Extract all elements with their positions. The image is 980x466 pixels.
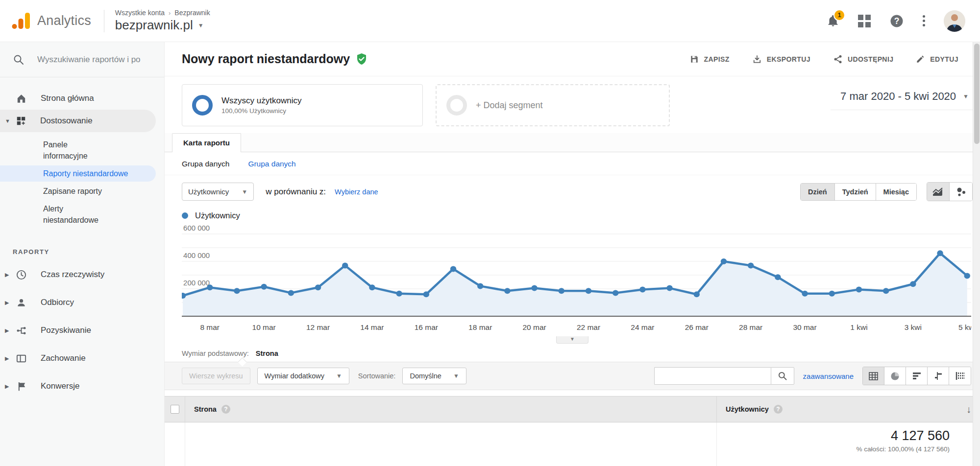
column-header-users[interactable]: Użytkownicy (726, 405, 769, 413)
data-group-tab-link[interactable]: Grupa danych (248, 160, 295, 168)
sidebar-subitem-custom-reports[interactable]: Raporty niestandardowe (43, 168, 131, 179)
breadcrumb: Wszystkie konta › Bezprawnik bezprawnik.… (115, 9, 210, 33)
granularity-day-button[interactable]: Dzień (801, 184, 835, 200)
sidebar-subitem-custom-alerts[interactable]: Alerty niestandardowe (0, 201, 103, 228)
primary-dimension-label: Wymiar podstawowy: (182, 350, 249, 357)
sidebar-item-label: Konwersje (41, 381, 79, 391)
view-performance-button[interactable] (906, 367, 928, 385)
acquisition-icon (16, 325, 27, 336)
sidebar-subitem-saved-reports[interactable]: Zapisane raporty (0, 183, 156, 199)
help-icon: ? (889, 14, 904, 28)
table-search-button[interactable] (771, 367, 794, 385)
search-input[interactable] (37, 55, 147, 65)
compare-select-link[interactable]: Wybierz dane (335, 188, 378, 196)
sidebar-item-audience[interactable]: ▶ Odbiorcy (0, 291, 156, 314)
property-switcher[interactable]: bezprawnik.pl ▼ (115, 18, 210, 33)
sidebar-item-acquisition[interactable]: ▶ Pozyskiwanie (0, 319, 156, 342)
chart-type-motion-button[interactable] (950, 183, 972, 201)
brand-name: Analytics (37, 13, 91, 28)
svg-text:26 mar: 26 mar (685, 323, 709, 331)
svg-text:10 mar: 10 mar (252, 323, 276, 331)
add-segment-button[interactable]: + Dodaj segment (436, 84, 670, 126)
share-icon (833, 54, 843, 64)
notifications-button[interactable]: 1 (827, 14, 839, 28)
scrollbar-thumb[interactable] (974, 44, 980, 144)
behavior-icon (16, 353, 27, 364)
svg-text:28 mar: 28 mar (739, 323, 762, 331)
chart-type-line-button[interactable] (927, 183, 950, 201)
view-pivot-button[interactable] (949, 367, 971, 385)
compare-label: w porównaniu z: (266, 187, 326, 197)
granularity-month-button[interactable]: Miesiąc (876, 184, 916, 200)
save-icon (689, 54, 699, 64)
svg-text:24 mar: 24 mar (631, 323, 654, 331)
pencil-icon (916, 54, 925, 64)
share-button[interactable]: UDOSTĘPNIJ (833, 54, 893, 64)
svg-text:22 mar: 22 mar (577, 323, 600, 331)
collapse-caret-icon[interactable]: ▶ (5, 327, 9, 334)
chevron-down-icon: ▼ (453, 373, 459, 379)
view-percentage-button[interactable] (884, 367, 906, 385)
more-menu-button[interactable] (923, 15, 925, 26)
home-icon (16, 93, 27, 104)
avatar[interactable] (944, 10, 965, 32)
export-button[interactable]: EKSPORTUJ (752, 54, 810, 64)
help-badge-icon[interactable]: ? (221, 405, 230, 414)
collapse-caret-icon[interactable]: ▶ (5, 355, 9, 362)
table-search-input[interactable] (654, 367, 771, 385)
collapse-caret-icon[interactable]: ▶ (5, 383, 9, 390)
legend-label: Użytkownicy (195, 211, 240, 220)
secondary-dimension-select[interactable]: Wymiar dodatkowy ▼ (257, 368, 349, 384)
flag-icon (16, 381, 27, 392)
sidebar-subitem-dashboards[interactable]: Panele informacyjne (0, 137, 103, 164)
breadcrumb-root[interactable]: Wszystkie konta (115, 9, 165, 17)
sidebar-item-label: Pozyskiwanie (41, 326, 91, 335)
segment-subtitle: 100,00% Użytkownicy (221, 107, 301, 115)
breadcrumb-account[interactable]: Bezprawnik (174, 9, 210, 17)
reports-section-label: RAPORTY (13, 248, 164, 256)
date-range-selector[interactable]: 7 mar 2020 - 5 kwi 2020 ▼ (831, 84, 973, 110)
primary-dimension-value[interactable]: Strona (256, 350, 278, 357)
tab-report-card[interactable]: Karta raportu (172, 133, 241, 152)
sort-label: Sortowanie: (358, 372, 396, 380)
table-totals-row: 4 127 560 % całości: 100,00% (4 127 560) (165, 422, 980, 466)
view-comparison-button[interactable] (928, 367, 949, 385)
sidebar-item-home[interactable]: Strona główna (0, 87, 156, 110)
sidebar: Strona główna ▼ Dostosowanie Panele info… (0, 42, 164, 466)
chevron-down-icon: ▼ (198, 22, 204, 29)
chevron-down-icon: ▼ (963, 93, 969, 100)
metric-select[interactable]: Użytkownicy ▼ (182, 183, 254, 201)
header-divider (104, 10, 104, 32)
svg-text:3 kwi: 3 kwi (905, 323, 922, 331)
apps-grid-icon[interactable] (858, 15, 871, 27)
collapse-caret-icon[interactable]: ▶ (5, 300, 9, 306)
search-icon (778, 371, 787, 381)
granularity-week-button[interactable]: Tydzień (835, 184, 876, 200)
sidebar-item-realtime[interactable]: ▶ Czas rzeczywisty (0, 263, 156, 286)
data-group-tab-active[interactable]: Grupa danych (182, 160, 229, 168)
sidebar-search[interactable] (0, 42, 164, 77)
advanced-filter-link[interactable]: zaawansowane (803, 372, 854, 380)
column-header-page[interactable]: Strona (194, 405, 217, 413)
sidebar-item-conversions[interactable]: ▶ Konwersje (0, 375, 156, 397)
app-header: Analytics Wszystkie konta › Bezprawnik b… (0, 0, 980, 42)
help-badge-icon[interactable]: ? (774, 405, 783, 414)
edit-button[interactable]: EDYTUJ (916, 54, 958, 64)
collapse-caret-icon[interactable]: ▶ (5, 272, 9, 278)
chart-annotations-toggle[interactable]: ▼ (556, 336, 588, 344)
sort-select[interactable]: Domyślne ▼ (402, 368, 466, 384)
plot-rows-button[interactable]: Wiersze wykresu (182, 368, 250, 384)
help-button[interactable]: ? (889, 14, 904, 28)
segment-all-users[interactable]: Wszyscy użytkownicy 100,00% Użytkownicy (182, 84, 423, 126)
select-all-checkbox[interactable] (171, 405, 179, 414)
add-segment-label: + Dodaj segment (476, 100, 543, 111)
vertical-scrollbar (973, 42, 980, 466)
view-table-button[interactable] (863, 367, 884, 385)
expand-caret-icon[interactable]: ▼ (5, 118, 10, 124)
analytics-logo[interactable]: Analytics (12, 12, 91, 30)
metric-select-value: Użytkownicy (188, 187, 229, 196)
sidebar-item-behavior[interactable]: ▶ Zachowanie (0, 347, 156, 370)
sidebar-item-customization[interactable]: ▼ Dostosowanie (0, 110, 156, 132)
main-content: Nowy raport niestandardowy ZAPISZ (164, 42, 980, 466)
save-button[interactable]: ZAPISZ (689, 54, 730, 64)
